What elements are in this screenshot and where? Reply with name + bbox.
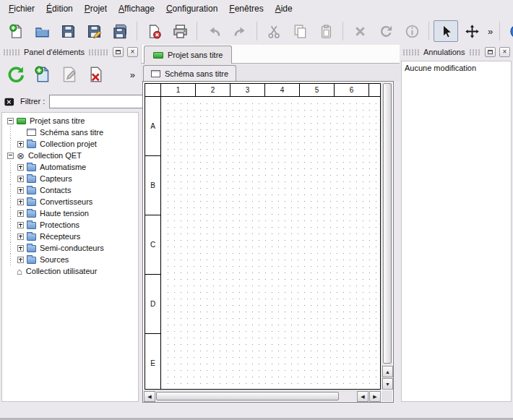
save-as-button[interactable] xyxy=(82,20,106,42)
reload-collections-button[interactable] xyxy=(4,63,27,86)
save-all-icon xyxy=(113,24,128,39)
tree-item-convertisseurs[interactable]: Convertisseurs xyxy=(2,196,138,207)
undo-button[interactable] xyxy=(202,20,226,42)
expander-plus-icon[interactable] xyxy=(17,222,24,228)
clear-filter-button[interactable] xyxy=(3,95,16,107)
scroll-up-button[interactable]: ▲ xyxy=(382,366,393,377)
scroll-left-button-2[interactable]: ◀ xyxy=(357,391,368,402)
tree-item-haute-tension[interactable]: Haute tension xyxy=(2,207,138,219)
column-header: 6 xyxy=(335,84,369,96)
delete-element-button[interactable] xyxy=(85,63,108,86)
new-element-button[interactable] xyxy=(31,63,54,86)
expander-minus-icon[interactable] xyxy=(7,153,14,159)
dock-grip[interactable] xyxy=(402,49,420,56)
expander-plus-icon[interactable] xyxy=(17,199,24,205)
undo-history-list[interactable]: Aucune modification xyxy=(401,61,512,402)
expander-plus-icon[interactable] xyxy=(17,233,24,240)
edit-element-icon xyxy=(61,66,78,83)
about-info-button[interactable] xyxy=(504,20,513,42)
tree-item-contacts[interactable]: Contacts xyxy=(2,184,138,196)
tree-item-capteurs[interactable]: Capteurs xyxy=(2,173,138,184)
expander-plus-icon[interactable] xyxy=(17,210,24,217)
print-button[interactable] xyxy=(168,20,192,42)
scroll-left-button[interactable]: ◀ xyxy=(144,391,155,402)
tree-item-project[interactable]: Projet sans titre xyxy=(2,115,138,127)
open-project-button[interactable] xyxy=(30,20,54,42)
selection-mode-button[interactable] xyxy=(434,20,458,42)
menu-edition[interactable]: Édition xyxy=(40,1,79,17)
vertical-scrollbar-thumb[interactable] xyxy=(383,83,392,364)
expander-plus-icon[interactable] xyxy=(17,164,24,171)
tree-item-collection-qet[interactable]: ⊗ Collection QET xyxy=(2,150,138,161)
cut-button[interactable] xyxy=(262,20,286,42)
horizontal-scrollbar[interactable]: ◀ ◀ ▶ xyxy=(144,390,381,401)
scroll-right-button[interactable]: ▶ xyxy=(369,391,381,402)
undo-history-titlebar[interactable]: Annulations × xyxy=(401,46,512,58)
tree-item-collection-projet[interactable]: Collection projet xyxy=(2,138,138,150)
edit-element-button[interactable] xyxy=(58,63,81,86)
tab-projet-sans-titre[interactable]: Projet sans titre xyxy=(144,46,232,64)
dock-grip[interactable] xyxy=(469,49,482,56)
new-project-button[interactable] xyxy=(4,20,28,42)
dock-float-button[interactable] xyxy=(485,47,496,57)
expander-plus-icon[interactable] xyxy=(17,141,24,147)
expander-minus-icon[interactable] xyxy=(7,118,14,124)
grid-dots-area[interactable] xyxy=(162,98,380,389)
expander-plus-icon[interactable] xyxy=(17,176,24,182)
tree-branch-line xyxy=(7,231,14,242)
tree-item-sources[interactable]: Sources xyxy=(2,254,138,265)
dock-close-button[interactable]: × xyxy=(127,47,138,57)
menu-fenetres[interactable]: Fenêtres xyxy=(223,1,269,17)
diagram-canvas[interactable]: 1 2 3 4 5 6 A B C D E xyxy=(145,83,381,390)
element-info-button[interactable] xyxy=(400,20,424,42)
rotate-button[interactable] xyxy=(374,20,398,42)
horizontal-scrollbar-thumb[interactable] xyxy=(156,392,339,400)
scroll-down-button[interactable]: ▼ xyxy=(382,378,393,390)
column-header: 1 xyxy=(161,84,196,96)
tree-item-automatisme[interactable]: Automatisme xyxy=(2,161,138,173)
tree-item-label: Contacts xyxy=(39,186,71,194)
menu-affichage[interactable]: Affichage xyxy=(113,1,160,17)
menu-projet[interactable]: Projet xyxy=(79,1,113,17)
expander-plus-icon[interactable] xyxy=(17,187,24,194)
new-element-icon xyxy=(34,66,51,83)
expander-plus-icon[interactable] xyxy=(17,245,24,252)
dock-close-button[interactable]: × xyxy=(499,47,510,57)
paste-button[interactable] xyxy=(314,20,338,42)
tree-item-schema[interactable]: Schéma sans titre xyxy=(2,127,138,138)
panel-toolbar-extension-button[interactable]: » xyxy=(130,69,137,80)
redo-button[interactable] xyxy=(228,20,252,42)
tab-schema-sans-titre[interactable]: Schéma sans titre xyxy=(143,65,236,81)
folder-icon xyxy=(27,141,36,148)
close-file-button[interactable] xyxy=(142,20,166,42)
tree-item-semi-conducteurs[interactable]: Semi-conducteurs xyxy=(2,242,138,254)
menu-configuration[interactable]: Configuration xyxy=(160,1,223,17)
delete-icon xyxy=(353,24,368,39)
vertical-scrollbar[interactable]: ▲ ▼ xyxy=(381,82,392,390)
dock-grip[interactable] xyxy=(88,49,109,56)
diagram-view[interactable]: 1 2 3 4 5 6 A B C D E xyxy=(142,81,394,403)
save-all-button[interactable] xyxy=(108,20,132,42)
delete-button[interactable] xyxy=(348,20,372,42)
elements-panel-titlebar[interactable]: Panel d'éléments × xyxy=(1,46,139,58)
elements-tree[interactable]: Projet sans titre Schéma sans titre Coll… xyxy=(1,112,139,402)
zoom-overflow-button[interactable]: » xyxy=(486,26,495,37)
menu-fichier[interactable]: Fichier xyxy=(3,1,40,17)
toolbar-separator xyxy=(499,22,500,40)
copy-button[interactable] xyxy=(288,20,312,42)
tree-item-collection-utilisateur[interactable]: ⌂ Collection utilisateur xyxy=(2,265,138,277)
save-button[interactable] xyxy=(56,20,80,42)
dock-float-button[interactable] xyxy=(113,47,124,57)
tree-item-protections[interactable]: Protections xyxy=(2,219,138,231)
clear-filter-icon xyxy=(4,96,15,107)
toolbar-separator xyxy=(137,22,137,40)
pan-mode-button[interactable] xyxy=(460,20,484,42)
menu-aide[interactable]: Aide xyxy=(270,1,298,17)
undo-history-dock: Annulations × Aucune modification xyxy=(400,45,513,404)
expander-plus-icon[interactable] xyxy=(17,257,24,263)
tree-item-label: Convertisseurs xyxy=(39,197,92,206)
tree-item-recepteurs[interactable]: Récepteurs xyxy=(2,231,138,242)
tree-item-label: Capteurs xyxy=(39,174,72,183)
filter-label: Filtrer : xyxy=(20,97,45,106)
dock-grip[interactable] xyxy=(3,49,20,56)
